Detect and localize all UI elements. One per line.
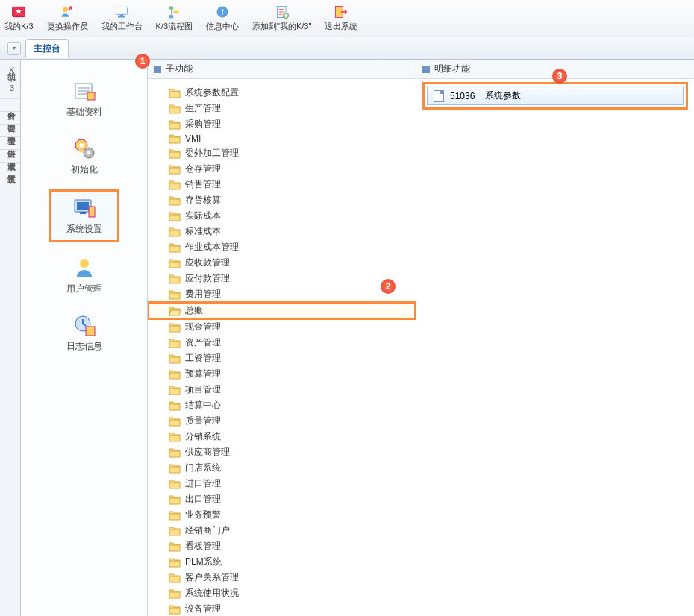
folder-label: 出口管理 (185, 493, 221, 506)
folder-list[interactable]: 系统参数配置生产管理采购管理VMI委外加工管理仓存管理销售管理存货核算实际成本标… (148, 79, 416, 616)
folder-item[interactable]: 费用管理 (148, 286, 416, 302)
sidetab-mgmt-acct[interactable]: 管理会计 (0, 112, 20, 125)
toolbar-myk3[interactable]: 我的K/3 (4, 4, 34, 32)
nav-system-settings[interactable]: 系统设置 1 (49, 189, 119, 242)
folder-item[interactable]: 系统使用状况 (148, 585, 416, 601)
folder-item[interactable]: 作业成本管理 (148, 239, 416, 255)
folder-item[interactable]: 系统参数配置 (148, 85, 416, 101)
folder-label: 系统参数配置 (185, 87, 239, 99)
toolbar-info-center[interactable]: i 信息中心 (206, 4, 239, 32)
folder-label: 仓存管理 (185, 163, 221, 175)
folder-icon (169, 463, 181, 474)
folder-icon (169, 119, 181, 130)
toolbar-switch-user[interactable]: 更换操作员 (47, 4, 88, 32)
nav-init[interactable]: 初始化 (56, 132, 113, 180)
tabbar-dropdown[interactable]: ▾ (7, 42, 21, 55)
tab-main-console[interactable]: 主控台 (25, 39, 69, 58)
folder-label: 结算中心 (185, 399, 221, 412)
folder-item[interactable]: 项目管理 (148, 382, 416, 397)
folder-item[interactable]: 应付款管理 (148, 271, 416, 286)
folder-label: 经销商门户 (185, 524, 230, 537)
folder-label: 销售管理 (185, 178, 221, 191)
sidetab-treasury[interactable]: 资金管理 (0, 125, 20, 137)
toolbar-flowchart[interactable]: K/3流程图 (156, 4, 193, 32)
folder-item[interactable]: 门店系统 (148, 460, 416, 476)
folder-item[interactable]: 工资管理 (148, 351, 416, 366)
folder-icon (169, 541, 181, 552)
folder-item[interactable]: 委外加工管理 (148, 145, 416, 161)
folder-icon (169, 164, 181, 175)
detail-row-system-params[interactable]: 51036 系统参数 (427, 87, 684, 105)
folder-item[interactable]: 采购管理 (148, 116, 416, 132)
folder-item[interactable]: 客户关系管理 (148, 570, 416, 585)
svg-point-1 (63, 7, 68, 12)
folder-item[interactable]: 质量管理 (148, 413, 416, 429)
svg-rect-4 (118, 16, 125, 18)
folder-icon (169, 557, 181, 568)
folder-item[interactable]: VMI (148, 132, 416, 145)
folder-item[interactable]: 资产管理 (148, 335, 416, 351)
folder-item[interactable]: 分销系统 (148, 429, 416, 444)
folder-item[interactable]: 销售管理 (148, 177, 416, 192)
folder-icon (169, 195, 181, 206)
folder-item[interactable]: 实际成本 (148, 208, 416, 224)
nav-user-mgmt[interactable]: 用户管理 (51, 251, 117, 300)
folder-icon (169, 588, 181, 599)
folder-item[interactable]: 经销商门户 (148, 523, 416, 538)
folder-item[interactable]: 仓存管理 (148, 161, 416, 177)
folder-item[interactable]: 进口管理 (148, 476, 416, 491)
folder-item[interactable]: 存货核算 (148, 192, 416, 208)
folder-icon (169, 180, 181, 190)
folder-icon (169, 526, 181, 536)
folder-item[interactable]: 出口管理 (148, 491, 416, 507)
folder-icon (169, 573, 181, 583)
nav-label: 用户管理 (66, 283, 102, 295)
folder-icon (169, 479, 181, 489)
nav-basic-data[interactable]: 基础资料 (51, 75, 117, 123)
folder-item[interactable]: PLM系统 (148, 554, 416, 570)
svg-rect-21 (80, 212, 86, 214)
folder-item[interactable]: 设备管理 (148, 601, 416, 616)
folder-icon (169, 494, 181, 505)
folder-label: 看板管理 (185, 540, 221, 553)
folder-label: 门店系统 (185, 462, 221, 474)
folder-label: 资产管理 (185, 336, 221, 349)
svg-rect-6 (175, 10, 179, 13)
user-icon (72, 256, 96, 280)
sidetab-system[interactable]: 系统设置 (0, 163, 20, 175)
sidetab-myk3[interactable]: 我的K/3 (0, 60, 20, 99)
nav-logs[interactable]: 日志信息 (51, 309, 117, 357)
folder-icon (169, 322, 181, 333)
toolbar-label: 退出系统 (325, 21, 357, 32)
sidetab-supply[interactable]: 供应链 (0, 137, 20, 150)
folder-item[interactable]: 总账 (148, 302, 416, 319)
toolbar-add-to-myk3[interactable]: 添加到"我的K/3" (252, 4, 311, 32)
folder-item[interactable]: 现金管理 (148, 319, 416, 335)
folder-item[interactable]: 结算中心 (148, 397, 416, 413)
folder-icon (169, 447, 181, 458)
svg-rect-3 (120, 14, 124, 16)
folder-item[interactable]: 应收款管理 (148, 255, 416, 271)
toolbar-exit[interactable]: 退出系统 (325, 4, 357, 32)
toolbar-label: K/3流程图 (156, 21, 193, 32)
folder-icon (169, 227, 181, 237)
toolbar-label: 我的K/3 (4, 21, 34, 32)
toolbar-workbench[interactable]: 我的工作台 (101, 4, 143, 32)
folder-icon (169, 289, 181, 300)
flowchart-icon (166, 4, 181, 19)
main-toolbar: 我的K/3 更换操作员 我的工作台 K/3流程图 i 信息中心 添加到"我的K/… (0, 0, 694, 37)
folder-icon (169, 510, 181, 521)
folder-label: 总账 (185, 304, 203, 317)
folder-item[interactable]: 生产管理 (148, 101, 416, 116)
folder-item[interactable]: 业务预警 (148, 507, 416, 523)
sidetab-fin-acct[interactable]: 财务会计 (0, 99, 20, 112)
sidetab-cost[interactable]: 成本管理 (0, 150, 20, 163)
folder-label: 质量管理 (185, 415, 221, 427)
workbench-icon (114, 4, 129, 19)
folder-item[interactable]: 预算管理 (148, 366, 416, 382)
folder-label: PLM系统 (185, 556, 222, 568)
folder-item[interactable]: 标准成本 (148, 224, 416, 239)
folder-item[interactable]: 看板管理 (148, 538, 416, 554)
folder-item[interactable]: 供应商管理 (148, 444, 416, 460)
folder-label: 客户关系管理 (185, 571, 239, 584)
